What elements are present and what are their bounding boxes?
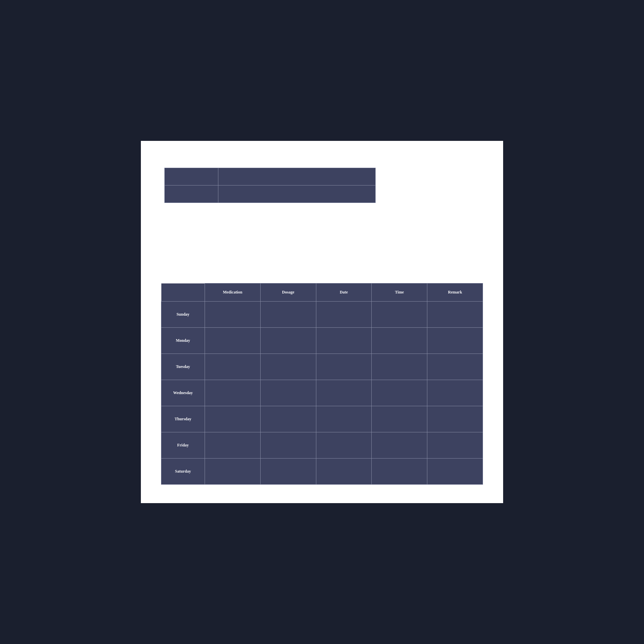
data-cell-friday-remark[interactable]: [427, 432, 483, 459]
data-cell-sunday-date[interactable]: [316, 302, 372, 328]
data-cell-tuesday-remark[interactable]: [427, 354, 483, 380]
patient-label: [165, 168, 218, 185]
data-cell-wednesday-medication[interactable]: [205, 380, 261, 406]
data-cell-tuesday-date[interactable]: [316, 354, 372, 380]
data-cell-monday-remark[interactable]: [427, 328, 483, 354]
data-cell-sunday-dosage[interactable]: [260, 302, 316, 328]
data-cell-wednesday-date[interactable]: [316, 380, 372, 406]
doctor-row: [165, 185, 376, 203]
data-cell-monday-date[interactable]: [316, 328, 372, 354]
schedule-row: Thursday: [161, 406, 483, 432]
doctor-value[interactable]: [218, 185, 375, 203]
day-cell-tuesday: Tuesday: [161, 354, 205, 380]
data-cell-thursday-time[interactable]: [372, 406, 427, 432]
data-cell-friday-dosage[interactable]: [260, 432, 316, 459]
day-cell-thursday: Thursday: [161, 406, 205, 432]
day-cell-saturday: Saturday: [161, 459, 205, 485]
col-dosage: Dosage: [260, 283, 316, 302]
info-table: [164, 168, 376, 203]
data-cell-tuesday-medication[interactable]: [205, 354, 261, 380]
col-remark: Remark: [427, 283, 483, 302]
data-cell-thursday-date[interactable]: [316, 406, 372, 432]
data-cell-wednesday-remark[interactable]: [427, 380, 483, 406]
schedule-table: Medication Dosage Date Time Remark Sunda…: [161, 283, 483, 485]
data-cell-friday-medication[interactable]: [205, 432, 261, 459]
data-cell-sunday-remark[interactable]: [427, 302, 483, 328]
schedule-row: Saturday: [161, 459, 483, 485]
day-cell-sunday: Sunday: [161, 302, 205, 328]
data-cell-tuesday-dosage[interactable]: [260, 354, 316, 380]
col-medication: Medication: [205, 283, 261, 302]
schedule-row: Monday: [161, 328, 483, 354]
data-cell-thursday-medication[interactable]: [205, 406, 261, 432]
page-container: Medication Dosage Date Time Remark Sunda…: [141, 141, 503, 503]
doctor-label: [165, 185, 218, 203]
data-cell-thursday-dosage[interactable]: [260, 406, 316, 432]
data-cell-monday-medication[interactable]: [205, 328, 261, 354]
data-cell-friday-date[interactable]: [316, 432, 372, 459]
data-cell-friday-time[interactable]: [372, 432, 427, 459]
schedule-row: Tuesday: [161, 354, 483, 380]
data-cell-saturday-remark[interactable]: [427, 459, 483, 485]
data-cell-wednesday-dosage[interactable]: [260, 380, 316, 406]
header-spacer: [161, 283, 205, 302]
patient-value[interactable]: [218, 168, 375, 185]
data-cell-sunday-time[interactable]: [372, 302, 427, 328]
schedule-row: Friday: [161, 432, 483, 459]
schedule-row: Sunday: [161, 302, 483, 328]
schedule-row: Wednesday: [161, 380, 483, 406]
day-cell-monday: Monday: [161, 328, 205, 354]
data-cell-sunday-medication[interactable]: [205, 302, 261, 328]
col-time: Time: [372, 283, 427, 302]
data-cell-monday-time[interactable]: [372, 328, 427, 354]
data-cell-saturday-dosage[interactable]: [260, 459, 316, 485]
schedule-wrapper: Medication Dosage Date Time Remark Sunda…: [161, 283, 483, 485]
data-cell-saturday-date[interactable]: [316, 459, 372, 485]
data-cell-saturday-medication[interactable]: [205, 459, 261, 485]
day-cell-friday: Friday: [161, 432, 205, 459]
data-cell-wednesday-time[interactable]: [372, 380, 427, 406]
header-row: Medication Dosage Date Time Remark: [161, 283, 483, 302]
data-cell-tuesday-time[interactable]: [372, 354, 427, 380]
col-date: Date: [316, 283, 372, 302]
data-cell-thursday-remark[interactable]: [427, 406, 483, 432]
data-cell-saturday-time[interactable]: [372, 459, 427, 485]
data-cell-monday-dosage[interactable]: [260, 328, 316, 354]
patient-row: [165, 168, 376, 185]
day-cell-wednesday: Wednesday: [161, 380, 205, 406]
